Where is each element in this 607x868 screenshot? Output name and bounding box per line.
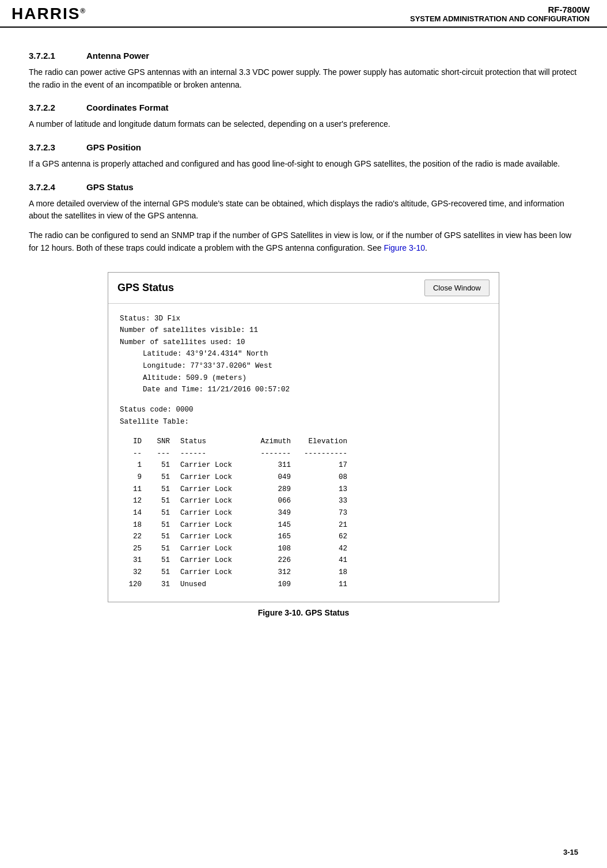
- satellite-row: 3251 Carrier Lock31218: [120, 567, 487, 579]
- section-3721-body: The radio can power active GPS antennas …: [29, 66, 578, 91]
- sat-snr: 51: [149, 531, 180, 543]
- sat-id: 25: [120, 543, 149, 555]
- sat-id: 1: [120, 459, 149, 471]
- page-content: 3.7.2.1 Antenna Power The radio can powe…: [0, 28, 607, 658]
- sat-elevation: 62: [301, 531, 347, 543]
- section-3722-number: 3.7.2.2: [29, 103, 69, 112]
- sat-id: 11: [120, 484, 149, 496]
- sat-status: Carrier Lock: [180, 495, 255, 507]
- satellite-row: 1151 Carrier Lock28913: [120, 484, 487, 496]
- page-footer: 3-15: [563, 848, 578, 856]
- sat-elevation: 18: [301, 567, 347, 579]
- satellite-row: 951 Carrier Lock04908: [120, 471, 487, 484]
- section-3724-body1: A more detailed overview of the internal…: [29, 198, 578, 222]
- col-header-azimuth: Azimuth: [255, 436, 301, 448]
- gps-content: Status: 3D Fix Number of satellites visi…: [108, 304, 499, 602]
- section-3722-body: A number of latitude and longitude datum…: [29, 118, 578, 131]
- gps-status-line-3: Number of satellites used: 10: [120, 337, 487, 349]
- sat-azimuth: 311: [255, 459, 301, 471]
- section-3721-title: Antenna Power: [86, 51, 149, 61]
- sat-elevation: 73: [301, 507, 347, 519]
- sat-id: 9: [120, 471, 149, 484]
- sat-status: Carrier Lock: [180, 519, 255, 531]
- sat-snr: 51: [149, 484, 180, 496]
- sat-status: Carrier Lock: [180, 507, 255, 519]
- header-right: RF-7800W SYSTEM ADMINISTRATION AND CONFI…: [410, 5, 590, 23]
- divider-azimuth: -------: [255, 448, 301, 460]
- section-3724-body2-text: The radio can be configured to send an S…: [29, 231, 571, 252]
- section-3722-title: Coordinates Format: [86, 103, 169, 112]
- sat-id: 120: [120, 579, 149, 591]
- sat-snr: 51: [149, 507, 180, 519]
- sat-id: 12: [120, 495, 149, 507]
- col-header-snr: SNR: [149, 436, 180, 448]
- sat-elevation: 11: [301, 579, 347, 591]
- sat-snr: 31: [149, 579, 180, 591]
- sat-id: 32: [120, 567, 149, 579]
- sat-status: Carrier Lock: [180, 531, 255, 543]
- sat-azimuth: 165: [255, 531, 301, 543]
- sat-azimuth: 108: [255, 543, 301, 555]
- sat-elevation: 08: [301, 471, 347, 484]
- sat-elevation: 21: [301, 519, 347, 531]
- gps-status-section: Status: 3D Fix Number of satellites visi…: [120, 313, 487, 396]
- satellite-table: ID SNR Status Azimuth Elevation -- --- -…: [120, 436, 487, 590]
- divider-status: ------: [180, 448, 255, 460]
- sat-snr: 51: [149, 554, 180, 567]
- sat-status: Carrier Lock: [180, 459, 255, 471]
- section-3724-heading: 3.7.2.4 GPS Status: [29, 182, 578, 192]
- page-header: HARRIS RF-7800W SYSTEM ADMINISTRATION AN…: [0, 0, 607, 28]
- sat-id: 22: [120, 531, 149, 543]
- sat-snr: 51: [149, 567, 180, 579]
- satellite-row: 12031 Unused10911: [120, 579, 487, 591]
- sat-status: Carrier Lock: [180, 471, 255, 484]
- satellite-row: 3151 Carrier Lock22641: [120, 554, 487, 567]
- divider-id: --: [120, 448, 149, 460]
- sat-elevation: 42: [301, 543, 347, 555]
- gps-status-window: GPS Status Close Window Status: 3D Fix N…: [108, 272, 499, 603]
- sat-id: 14: [120, 507, 149, 519]
- gps-datetime: Date and Time: 11/21/2016 00:57:02: [120, 384, 487, 396]
- sat-azimuth: 226: [255, 554, 301, 567]
- sat-elevation: 13: [301, 484, 347, 496]
- sat-azimuth: 049: [255, 471, 301, 484]
- sat-status: Unused: [180, 579, 255, 591]
- sat-azimuth: 109: [255, 579, 301, 591]
- gps-longitude: Longitude: 77°33'37.0206" West: [120, 360, 487, 372]
- section-3723-heading: 3.7.2.3 GPS Position: [29, 142, 578, 152]
- gps-latitude: Latitude: 43°9'24.4314" North: [120, 348, 487, 360]
- section-3724-number: 3.7.2.4: [29, 182, 69, 192]
- section-3722-heading: 3.7.2.2 Coordinates Format: [29, 103, 578, 112]
- section-3721-number: 3.7.2.1: [29, 51, 69, 61]
- section-3724-title: GPS Status: [86, 182, 134, 192]
- sat-status: Carrier Lock: [180, 567, 255, 579]
- gps-status-line-1: Status: 3D Fix: [120, 313, 487, 325]
- section-3724-body2-end: .: [425, 243, 427, 252]
- satellite-row: 1851 Carrier Lock14521: [120, 519, 487, 531]
- figure-container: GPS Status Close Window Status: 3D Fix N…: [108, 272, 499, 618]
- sat-id: 31: [120, 554, 149, 567]
- section-3721-heading: 3.7.2.1 Antenna Power: [29, 51, 578, 61]
- sat-azimuth: 066: [255, 495, 301, 507]
- figure-caption: Figure 3-10. GPS Status: [108, 608, 499, 617]
- sat-azimuth: 145: [255, 519, 301, 531]
- gps-satellite-table-label: Satellite Table:: [120, 416, 487, 428]
- satellite-table-header: ID SNR Status Azimuth Elevation: [120, 436, 487, 448]
- section-3723-body: If a GPS antenna is properly attached an…: [29, 158, 578, 171]
- header-subtitle: SYSTEM ADMINISTRATION AND CONFIGURATION: [410, 14, 590, 23]
- close-window-button[interactable]: Close Window: [424, 280, 490, 296]
- harris-logo: HARRIS: [12, 5, 86, 23]
- sat-snr: 51: [149, 543, 180, 555]
- divider-snr: ---: [149, 448, 180, 460]
- satellite-row: 1251 Carrier Lock06633: [120, 495, 487, 507]
- divider-elevation: ----------: [301, 448, 347, 460]
- sat-snr: 51: [149, 471, 180, 484]
- figure-3-10-link[interactable]: Figure 3-10: [384, 243, 425, 252]
- satellite-row: 2251 Carrier Lock16562: [120, 531, 487, 543]
- sat-status: Carrier Lock: [180, 554, 255, 567]
- gps-titlebar: GPS Status Close Window: [108, 273, 499, 304]
- sat-azimuth: 349: [255, 507, 301, 519]
- sat-id: 18: [120, 519, 149, 531]
- sat-elevation: 33: [301, 495, 347, 507]
- sat-azimuth: 289: [255, 484, 301, 496]
